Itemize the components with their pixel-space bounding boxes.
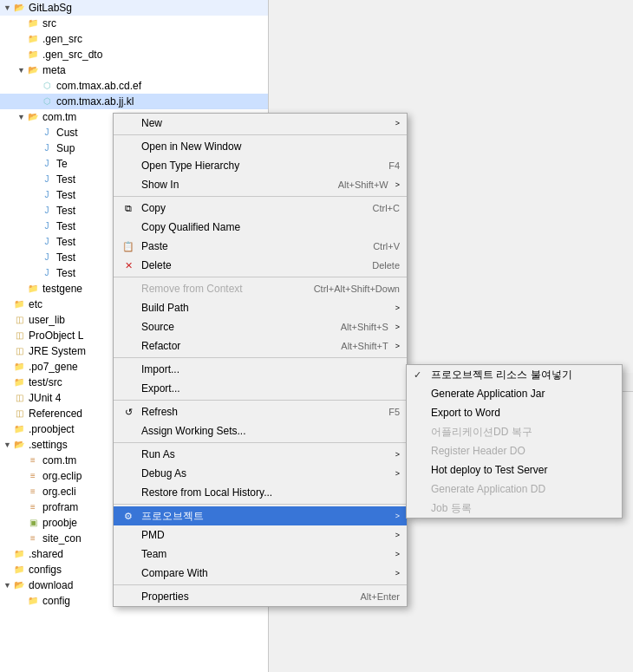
menu-item-run_as[interactable]: Run As > [114, 445, 407, 464]
menu-item-copy[interactable]: ⧉ Copy Ctrl+C [114, 199, 407, 218]
menu-icon-pmd [121, 527, 136, 543]
menu-arrow-proobject: > [395, 512, 400, 520]
tree-item-com.tmax.ab.jj.kl[interactable]: ⬡com.tmax.ab.jj.kl [0, 94, 268, 109]
menu-item-open_new_window[interactable]: Open in New Window [114, 137, 407, 156]
menu-item-compare_with[interactable]: Compare With > [114, 564, 407, 583]
tree-label: Cust [56, 127, 78, 139]
menu-item-assign_working[interactable]: Assign Working Sets... [114, 421, 407, 440]
menu-item-import[interactable]: Import... [114, 360, 407, 379]
menu-item-properties[interactable]: Properties Alt+Enter [114, 587, 407, 606]
menu-icon-restore_history [121, 485, 136, 500]
menu-arrow-pmd: > [395, 531, 400, 539]
tree-icon-folder: 📁 [12, 375, 26, 389]
menu-item-copy_qualified[interactable]: Copy Qualified Name [114, 218, 407, 237]
tree-item-meta[interactable]: ▼📂meta [0, 62, 268, 78]
menu-item-paste[interactable]: 📋 Paste Ctrl+V [114, 237, 407, 256]
tree-label: JRE System [29, 345, 86, 357]
submenu-item-gen_app_dd: Generate Application DD [407, 480, 622, 499]
menu-shortcut-show_in: Alt+Shift+W [338, 179, 388, 190]
menu-item-restore_history[interactable]: Restore from Local History... [114, 483, 407, 502]
menu-separator [114, 196, 407, 197]
submenu-label-gen_app_dd: Generate Application DD [431, 483, 545, 495]
tree-item-com.tmax.ab.cd.ef[interactable]: ⬡com.tmax.ab.cd.ef [0, 78, 268, 94]
tree-item-gitlabsg[interactable]: ▼📂GitLabSg [0, 0, 268, 16]
menu-item-pmd[interactable]: PMD > [114, 525, 407, 545]
submenu-label-app_restore: 어플리케이션DD 복구 [431, 425, 532, 440]
menu-icon-remove_context [121, 281, 136, 297]
menu-arrow-run_as: > [395, 450, 400, 459]
menu-item-refactor[interactable]: Refactor Alt+Shift+T > [114, 336, 407, 356]
menu-separator [114, 134, 407, 135]
tree-label: config [42, 595, 70, 607]
tree-icon-img: ▣ [26, 516, 40, 530]
menu-item-delete[interactable]: ✕ Delete Delete [114, 256, 407, 275]
menu-icon-export [121, 381, 136, 396]
tree-icon-lib: ◫ [12, 329, 26, 343]
menu-label-remove_context: Remove from Context [141, 283, 297, 295]
menu-icon-new [121, 115, 136, 131]
tree-label: org.ecli [42, 486, 76, 498]
tree-label: org.eclip [42, 470, 82, 482]
submenu-item-export_word[interactable]: Export to Word [407, 403, 622, 422]
menu-item-open_type_hierarchy[interactable]: Open Type Hierarchy F4 [114, 156, 407, 175]
menu-icon-properties [121, 589, 136, 604]
tree-icon-java: J [40, 173, 54, 186]
tree-icon-folder-open: 📂 [26, 110, 40, 124]
menu-label-paste: Paste [141, 240, 356, 252]
menu-item-refresh[interactable]: ↺ Refresh F5 [114, 402, 407, 421]
tree-icon-java: J [40, 141, 54, 155]
tree-label: Referenced [29, 408, 82, 420]
menu-shortcut-remove_context: Ctrl+Alt+Shift+Down [314, 284, 400, 294]
tree-icon-folder: 📁 [12, 563, 26, 577]
tree-label: configs [29, 564, 62, 576]
context-menu: New > Open in New Window Open Type Hiera… [113, 113, 408, 607]
tree-label: .settings [29, 439, 68, 451]
tree-icon-lib: ◫ [12, 391, 26, 405]
menu-label-team: Team [141, 548, 371, 560]
tree-icon-java: J [40, 266, 54, 280]
tree-item-gen_src_dto[interactable]: 📁.gen_src_dto [0, 47, 268, 62]
tree-icon-java: J [40, 251, 54, 264]
tree-label: Test [56, 220, 75, 232]
menu-item-proobject[interactable]: ⚙ 프로오브젝트 > [114, 506, 407, 525]
menu-arrow-show_in: > [395, 180, 400, 189]
tree-label: etc [29, 298, 42, 310]
tree-label: .shared [29, 548, 63, 560]
menu-icon-assign_working [121, 423, 136, 439]
menu-label-compare_with: Compare With [141, 567, 371, 579]
tree-item-src[interactable]: 📁src [0, 16, 268, 31]
menu-icon-build_path [121, 300, 136, 316]
menu-item-build_path[interactable]: Build Path > [114, 298, 407, 317]
tree-icon-package: ⬡ [40, 95, 54, 108]
menu-label-open_type_hierarchy: Open Type Hierarchy [141, 160, 371, 172]
menu-item-new[interactable]: New > [114, 114, 407, 133]
menu-item-source[interactable]: Source Alt+Shift+S > [114, 317, 407, 336]
menu-item-export[interactable]: Export... [114, 379, 407, 398]
menu-shortcut-properties: Alt+Enter [360, 591, 400, 602]
menu-item-team[interactable]: Team > [114, 545, 407, 564]
menu-shortcut-copy: Ctrl+C [373, 203, 400, 213]
tree-label: src [42, 17, 56, 29]
menu-icon-open_new_window [121, 139, 136, 154]
submenu-item-open_resource[interactable]: ✓ 프로오브젝트 리소스 불여넣기 [407, 365, 622, 384]
tree-icon-java: J [40, 235, 54, 249]
tree-icon-java: J [40, 204, 54, 218]
menu-item-show_in[interactable]: Show In Alt+Shift+W > [114, 175, 407, 194]
tree-icon-xml: ≡ [26, 469, 40, 483]
menu-item-debug_as[interactable]: Debug As > [114, 464, 407, 483]
tree-arrow: ▼ [3, 581, 12, 590]
tree-label: testgene [42, 283, 82, 295]
submenu-item-gen_app_jar[interactable]: Generate Application Jar [407, 384, 622, 403]
tree-label: .gen_src_dto [42, 49, 102, 61]
menu-label-source: Source [141, 321, 323, 333]
tree-label: ProObject L [29, 329, 83, 342]
tree-label: Sup [56, 142, 75, 154]
menu-shortcut-open_type_hierarchy: F4 [388, 160, 400, 171]
tree-icon-xml: ≡ [26, 453, 40, 467]
tree-item-gen_src[interactable]: 📁.gen_src [0, 31, 268, 47]
menu-icon-refresh: ↺ [121, 404, 136, 420]
menu-icon-copy: ⧉ [121, 200, 136, 216]
menu-icon-paste: 📋 [121, 238, 136, 254]
tree-label: Test [56, 236, 75, 248]
submenu-item-hot_deploy[interactable]: Hot deploy to Test Server [407, 460, 622, 480]
